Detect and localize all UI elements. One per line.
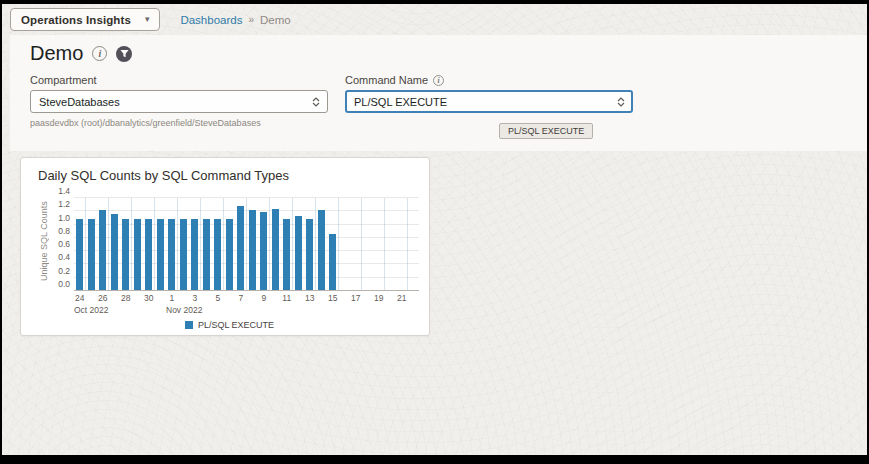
compartment-label: Compartment xyxy=(30,74,328,86)
bar-nov-8[interactable] xyxy=(249,210,256,290)
x-axis-month-labels: Oct 2022Nov 2022 xyxy=(74,305,419,316)
x-tick-label: 15 xyxy=(328,293,337,303)
x-tick-label: 28 xyxy=(121,293,130,303)
bar-nov-1[interactable] xyxy=(168,219,175,290)
app-switcher-dropdown[interactable]: Operations Insights ▾ xyxy=(10,8,160,31)
breadcrumb-dashboards-link[interactable]: Dashboards xyxy=(180,14,242,26)
breadcrumb-current: Demo xyxy=(260,14,291,26)
y-axis-title: Unique SQL Counts xyxy=(38,191,50,291)
bar-nov-12[interactable] xyxy=(295,216,302,290)
legend-swatch xyxy=(185,321,193,329)
vertical-gridline xyxy=(384,198,385,290)
chart-title: Daily SQL Counts by SQL Command Types xyxy=(38,168,421,183)
x-tick-label: 21 xyxy=(397,293,406,303)
y-axis-ticks: 0.00.20.40.60.81.01.21.4 xyxy=(50,191,74,291)
x-tick-label: 24 xyxy=(75,293,84,303)
legend-label: PL/SQL EXECUTE xyxy=(198,320,274,330)
breadcrumb-separator-icon: » xyxy=(248,14,254,25)
y-tick-label: 1.4 xyxy=(58,186,70,196)
x-tick-label: 17 xyxy=(351,293,360,303)
y-tick-label: 0.2 xyxy=(58,266,70,276)
x-tick-label: 11 xyxy=(282,293,291,303)
compartment-path-helper: paasdevdbx (root)/dbanalytics/greenfield… xyxy=(30,118,328,128)
bar-nov-15[interactable] xyxy=(329,234,336,290)
bar-nov-2[interactable] xyxy=(180,219,187,290)
vertical-gridline xyxy=(154,198,155,290)
bar-nov-4[interactable] xyxy=(203,219,210,290)
bar-oct-31[interactable] xyxy=(157,219,164,290)
bar-nov-13[interactable] xyxy=(306,219,313,290)
vertical-gridline xyxy=(269,198,270,290)
bar-oct-26[interactable] xyxy=(99,210,106,290)
bar-nov-6[interactable] xyxy=(226,219,233,290)
vertical-gridline xyxy=(223,198,224,290)
chart-plot xyxy=(74,198,419,291)
x-tick-label: 1 xyxy=(169,293,174,303)
x-tick-label: 3 xyxy=(192,293,197,303)
bar-oct-29[interactable] xyxy=(134,219,141,290)
bar-oct-25[interactable] xyxy=(88,219,95,290)
x-tick-label: 19 xyxy=(374,293,383,303)
x-tick-label: 5 xyxy=(215,293,220,303)
dashboard-content: Daily SQL Counts by SQL Command Types Un… xyxy=(2,151,867,336)
x-tick-label: 26 xyxy=(98,293,107,303)
app-switcher-label: Operations Insights xyxy=(21,14,131,26)
bar-nov-5[interactable] xyxy=(214,219,221,290)
x-tick-label: 13 xyxy=(305,293,314,303)
vertical-gridline xyxy=(338,198,339,290)
x-tick-label: 9 xyxy=(261,293,266,303)
y-tick-label: 1.0 xyxy=(58,213,70,223)
info-icon[interactable]: i xyxy=(92,46,107,61)
vertical-gridline xyxy=(85,198,86,290)
compartment-value: SteveDatabases xyxy=(39,96,120,108)
command-name-select[interactable]: PL/SQL EXECUTE xyxy=(345,90,633,113)
select-stepper-icon xyxy=(617,97,625,107)
vertical-gridline xyxy=(315,198,316,290)
daily-sql-counts-chart-card: Daily SQL Counts by SQL Command Types Un… xyxy=(20,157,430,336)
chevron-down-icon: ▾ xyxy=(145,15,150,24)
bar-oct-28[interactable] xyxy=(122,219,129,290)
bar-oct-24[interactable] xyxy=(76,219,83,290)
vertical-gridline xyxy=(108,198,109,290)
bar-nov-9[interactable] xyxy=(260,212,267,290)
x-axis-ticks: 2426283013579111315171921 xyxy=(74,293,419,305)
vertical-gridline xyxy=(200,198,201,290)
command-name-value: PL/SQL EXECUTE xyxy=(354,96,447,108)
bar-oct-27[interactable] xyxy=(111,214,118,290)
top-bar: Operations Insights ▾ Dashboards » Demo xyxy=(2,4,867,35)
vertical-gridline xyxy=(131,198,132,290)
command-name-info-icon[interactable]: i xyxy=(433,75,444,86)
y-tick-label: 0.0 xyxy=(58,279,70,289)
bar-nov-10[interactable] xyxy=(272,209,279,290)
page-header: Demo i Compartment SteveDatabases paasde… xyxy=(10,35,867,151)
vertical-gridline xyxy=(177,198,178,290)
page-title: Demo xyxy=(30,42,83,65)
bar-oct-30[interactable] xyxy=(145,219,152,290)
y-tick-label: 0.8 xyxy=(58,226,70,236)
bar-nov-3[interactable] xyxy=(191,219,198,290)
command-name-tooltip: PL/SQL EXECUTE xyxy=(499,123,593,139)
chart-legend: PL/SQL EXECUTE xyxy=(38,320,421,330)
filter-icon[interactable] xyxy=(116,46,132,62)
y-tick-label: 0.4 xyxy=(58,252,70,262)
y-tick-label: 1.2 xyxy=(58,199,70,209)
select-stepper-icon xyxy=(312,97,320,107)
x-tick-label: 7 xyxy=(238,293,243,303)
vertical-gridline xyxy=(361,198,362,290)
x-tick-label: 30 xyxy=(144,293,153,303)
vertical-gridline xyxy=(407,198,408,290)
y-tick-label: 0.6 xyxy=(58,239,70,249)
bar-nov-14[interactable] xyxy=(318,210,325,290)
x-month-label: Nov 2022 xyxy=(166,305,202,315)
compartment-select[interactable]: SteveDatabases xyxy=(30,90,328,113)
breadcrumb: Dashboards » Demo xyxy=(180,14,290,26)
vertical-gridline xyxy=(246,198,247,290)
bar-nov-11[interactable] xyxy=(283,219,290,290)
vertical-gridline xyxy=(292,198,293,290)
gridline xyxy=(74,290,419,291)
bar-nov-7[interactable] xyxy=(237,206,244,290)
app-window: Operations Insights ▾ Dashboards » Demo … xyxy=(2,4,867,455)
x-month-label: Oct 2022 xyxy=(74,305,109,315)
command-name-label: Command Name xyxy=(345,74,428,86)
